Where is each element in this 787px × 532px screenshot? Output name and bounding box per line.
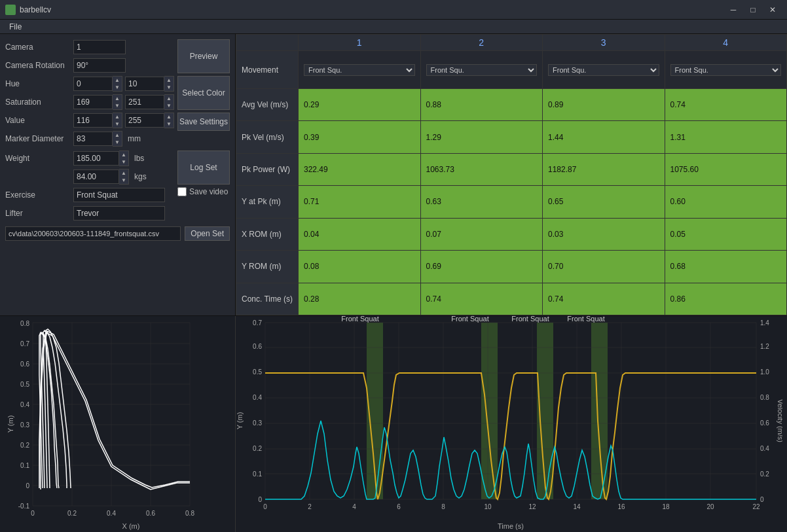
- val-min-spin: ▲ ▼: [73, 113, 122, 128]
- lifter-row: Lifter: [5, 205, 175, 221]
- svg-text:0: 0: [760, 496, 764, 503]
- svg-text:0.5: 0.5: [253, 368, 262, 376]
- sat-min-input[interactable]: [73, 95, 113, 109]
- hue-min-up[interactable]: ▲: [113, 77, 122, 84]
- lifter-input[interactable]: [73, 206, 165, 221]
- hue-label: Hue: [5, 79, 71, 88]
- svg-text:0.4: 0.4: [20, 401, 29, 408]
- close-button[interactable]: ✕: [763, 3, 782, 17]
- svg-text:6: 6: [397, 503, 401, 510]
- val-min-input[interactable]: [73, 113, 113, 128]
- time-series-chart: Y (m) Velocity (m/s) Time (s): [236, 316, 787, 532]
- avg-vel-cell-3: 0.89: [543, 89, 665, 121]
- conc-time-cell-2: 0.74: [420, 283, 543, 315]
- marker-diameter-input[interactable]: [73, 132, 113, 146]
- pk-power-cell-2: 1063.73: [420, 153, 543, 185]
- sat-min-down[interactable]: ▼: [113, 102, 122, 109]
- movement-select-2[interactable]: Front Squ.: [426, 64, 538, 76]
- menu-file[interactable]: File: [5, 21, 26, 33]
- hue-min-down[interactable]: ▼: [113, 84, 122, 91]
- pk-power-cell-1: 322.49: [299, 153, 421, 185]
- svg-text:0: 0: [258, 496, 262, 503]
- val-max-up[interactable]: ▲: [164, 113, 174, 120]
- hue-max-down[interactable]: ▼: [164, 84, 174, 91]
- val-max-spin: ▲ ▼: [125, 113, 174, 128]
- weight-lbs-up[interactable]: ▲: [119, 151, 128, 158]
- value-row: Value ▲ ▼ ▲ ▼: [5, 113, 175, 128]
- svg-text:0.6: 0.6: [760, 419, 769, 427]
- svg-text:0: 0: [263, 503, 267, 510]
- row-label-avg-vel: Avg Vel (m/s): [236, 89, 299, 121]
- set-label-4: Front Squat: [567, 316, 604, 323]
- camera-rotation-select[interactable]: 90°: [73, 58, 126, 73]
- marker-diameter-label: Marker Diameter: [5, 134, 71, 143]
- save-video-check[interactable]: [177, 187, 187, 196]
- sat-max-down[interactable]: ▼: [164, 102, 174, 109]
- movement-select-3[interactable]: Front Squ.: [548, 64, 659, 76]
- table-header-row: 1 2 3 4: [236, 35, 787, 51]
- val-max-down[interactable]: ▼: [164, 120, 174, 128]
- hue-min-input[interactable]: [73, 77, 113, 91]
- val-min-down[interactable]: ▼: [113, 120, 122, 128]
- svg-text:0.4: 0.4: [107, 510, 116, 517]
- y-rom-cell-1: 0.08: [299, 251, 421, 283]
- svg-text:14: 14: [573, 503, 581, 510]
- sat-max-input[interactable]: [125, 95, 164, 109]
- lifter-label: Lifter: [5, 209, 71, 218]
- svg-text:0.6: 0.6: [20, 361, 29, 368]
- minimize-button[interactable]: ─: [724, 3, 742, 17]
- hue-max-input[interactable]: [125, 77, 164, 91]
- row-label-conc-time: Conc. Time (s): [236, 283, 299, 315]
- weight-lbs-unit: lbs: [134, 154, 144, 163]
- val-max-input[interactable]: [125, 113, 164, 128]
- maximize-button[interactable]: □: [744, 3, 762, 17]
- bottom-section: Y (m) X (m): [0, 315, 787, 532]
- svg-text:-0.1: -0.1: [18, 503, 29, 510]
- movement-select-1[interactable]: Front Squ.: [304, 64, 415, 76]
- x-rom-cell-1: 0.04: [299, 218, 421, 250]
- weight-kgs-input[interactable]: [73, 169, 119, 184]
- svg-text:20: 20: [706, 503, 714, 510]
- y-pk-cell-3: 0.65: [543, 186, 665, 218]
- exercise-select[interactable]: Front Squat: [73, 188, 165, 202]
- path-chart-svg: Y (m) X (m): [7, 316, 229, 532]
- log-set-button[interactable]: Log Set: [177, 151, 230, 185]
- pk-power-cell-4: 1075.60: [665, 153, 787, 185]
- sat-max-up[interactable]: ▲: [164, 95, 174, 102]
- table-row-x-rom: X ROM (m) 0.04 0.07 0.03 0.05: [236, 218, 787, 250]
- filepath-input[interactable]: [5, 226, 181, 241]
- svg-text:0.8: 0.8: [185, 510, 194, 517]
- y-pk-cell-2: 0.63: [420, 186, 543, 218]
- svg-text:22: 22: [752, 503, 760, 510]
- table-row-y-rom: Y ROM (m) 0.08 0.69 0.70 0.68: [236, 251, 787, 283]
- hue-max-up[interactable]: ▲: [164, 77, 174, 84]
- weight-lbs-input[interactable]: [73, 151, 119, 166]
- x-rom-cell-2: 0.07: [420, 218, 543, 250]
- marker-diameter-up[interactable]: ▲: [113, 132, 122, 139]
- movement-select-4[interactable]: Front Squ.: [670, 64, 782, 76]
- camera-rotation-row: Camera Rotation 90°: [5, 58, 175, 73]
- sat-min-up[interactable]: ▲: [113, 95, 122, 102]
- save-video-checkbox[interactable]: Save video: [177, 187, 228, 196]
- marker-diameter-down[interactable]: ▼: [113, 139, 122, 146]
- avg-vel-cell-4: 0.74: [665, 89, 787, 121]
- val-min-up[interactable]: ▲: [113, 113, 122, 120]
- hue-min-spin: ▲ ▼: [73, 76, 122, 92]
- preview-button[interactable]: Preview: [177, 39, 230, 73]
- svg-text:0.2: 0.2: [67, 510, 77, 517]
- weight-kgs-unit: kgs: [134, 172, 147, 181]
- table-row-pk-vel: Pk Vel (m/s) 0.39 1.29 1.44 1.31: [236, 121, 787, 153]
- open-set-button[interactable]: Open Set: [185, 226, 230, 241]
- select-color-button[interactable]: Select Color: [177, 76, 230, 110]
- camera-select[interactable]: 1: [73, 40, 126, 54]
- data-table: 1 2 3 4 Movement Front Squ. Front: [236, 34, 787, 315]
- weight-lbs-down[interactable]: ▼: [119, 158, 128, 166]
- saturation-label: Saturation: [5, 98, 71, 107]
- avg-vel-cell-1: 0.29: [299, 89, 421, 121]
- weight-kgs-up[interactable]: ▲: [119, 169, 128, 177]
- left-panel: Camera 1 Camera Rotation 90° H: [0, 34, 236, 315]
- weight-kgs-down[interactable]: ▼: [119, 177, 128, 184]
- table-header-empty: [236, 35, 299, 51]
- row-label-y-rom: Y ROM (m): [236, 251, 299, 283]
- save-settings-button[interactable]: Save Settings: [177, 113, 230, 131]
